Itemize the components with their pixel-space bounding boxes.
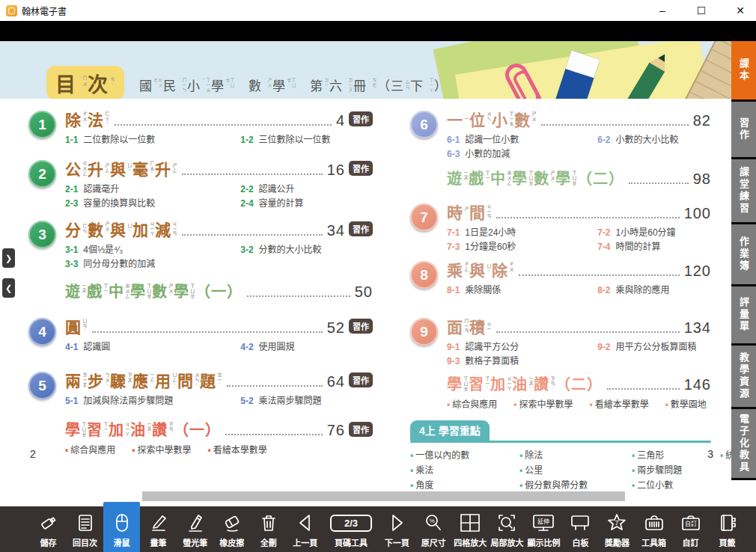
original-size-button[interactable]: % 原尺寸 xyxy=(415,506,452,552)
whiteboard-button[interactable]: 白板 xyxy=(562,506,599,552)
toc-sub-item[interactable]: 8-2乘與除的應用 xyxy=(597,283,711,295)
chapter-7-title[interactable]: 時ㄕˊ間ㄐㄧㄢ xyxy=(447,200,492,223)
chapter-6-number-badge: 6 xyxy=(410,111,438,138)
page-number-tool[interactable]: 2/3 頁碼工具 xyxy=(323,506,379,552)
workbook-badge[interactable]: 習作 xyxy=(349,319,373,334)
chapter-6-title[interactable]: 一ㄧ位ㄨㄟˋ小ㄒㄧㄠˇ數ㄕㄨˋ xyxy=(447,108,537,130)
toc-sub-item[interactable]: 2-3容量的換算與比較 xyxy=(65,196,240,209)
game-section-2-title[interactable]: 遊ㄧㄡˊ戲ㄒㄧˋ中ㄓㄨㄥ學ㄒㄩㄝˊ數ㄕㄨˋ學ㄒㄩㄝˊ xyxy=(447,167,577,188)
dotted-leader xyxy=(629,183,689,184)
toc-sub-item[interactable]: 3-3同分母分數的加減 xyxy=(65,257,240,269)
toc-sub-item[interactable]: 4-1認識圓 xyxy=(65,340,240,352)
toc-sub-item[interactable]: 5-2乘法兩步驟問題 xyxy=(240,393,373,406)
tab-textbook[interactable]: 課本 xyxy=(731,41,756,99)
panel-collapse-arrow[interactable]: ❮ xyxy=(2,278,15,298)
boost-section-1-title[interactable]: 學ㄒㄩㄝˊ習ㄒㄧˊ加ㄐㄧㄚ油ㄧㄡˊ讚ㄗㄢˋ xyxy=(65,418,174,440)
tab-class-practice[interactable]: 課堂練習 xyxy=(731,159,756,222)
chapter-1-title[interactable]: 除ㄔㄨˊ法ㄈㄚˇ xyxy=(65,108,110,130)
toc-sub-item[interactable]: 1-2三位數除以一位數 xyxy=(240,132,373,145)
toc-sub-item[interactable]: 6-2小數的大小比較 xyxy=(597,132,711,145)
workbook-badge[interactable]: 習作 xyxy=(349,372,373,387)
tab-teaching-resources[interactable]: 教學資源 xyxy=(731,346,756,407)
app-window: 翰林電子書 – ☐ ✕ 目ㄇㄨˋ次ㄘˋ 國ㄍㄨㄛˊ民ㄇㄧㄣˊ小ㄒㄧㄠˇ學ㄒㄩㄝˊ… xyxy=(0,0,756,552)
partial-zoom-button[interactable]: 局部放大 xyxy=(489,506,525,552)
workbook-badge[interactable]: 習作 xyxy=(349,111,373,126)
toc-sub-item[interactable]: 1-1二位數除以一位數 xyxy=(65,132,240,145)
chapter-4: 4 圓ㄩㄢˊ 52 習作 4-1認識圓 4-2使用圓規 xyxy=(28,315,373,352)
toc-sub-item[interactable]: 7-11日是24小時 xyxy=(447,225,597,238)
page-indicator[interactable]: 2/3 xyxy=(330,515,372,532)
highlight-item: •兩步驟問題 xyxy=(632,463,720,476)
toc-sub-item[interactable]: 7-21小時是60分鐘 xyxy=(597,225,711,238)
boost-section-2-title[interactable]: 學ㄒㄩㄝˊ習ㄒㄧˊ加ㄐㄧㄚ油ㄧㄡˊ讚ㄗㄢˋ xyxy=(447,372,555,394)
close-button[interactable]: ✕ xyxy=(734,4,747,17)
minimize-button[interactable]: – xyxy=(656,4,669,17)
book-title: 國ㄍㄨㄛˊ民ㄇㄧㄣˊ小ㄒㄧㄠˇ學ㄒㄩㄝˊ 數ㄕㄨˋ學ㄒㄩㄝˊ 第ㄉㄧˋ六ㄌㄧㄡˋ… xyxy=(139,76,448,94)
chapter-1: 1 除ㄔㄨˊ法ㄈㄚˇ 4 習作 1-1二位數除以一位數 1-2三位數除以一位數 xyxy=(28,108,373,145)
chapter-2-title[interactable]: 公ㄍㄨㄥ升ㄕㄥ與ㄩˇ毫ㄏㄠˊ升ㄕㄥ xyxy=(65,157,177,180)
toc-sub-item[interactable]: 7-4時間的計算 xyxy=(597,239,711,252)
tab-assessment-sheet[interactable]: 評量單 xyxy=(731,286,756,343)
highlight-item: •除法 xyxy=(519,448,632,461)
dotted-leader xyxy=(247,295,350,297)
chapter-3-title[interactable]: 分ㄈㄣ數ㄕㄨˋ與ㄩˇ加ㄐㄧㄚ減ㄐㄧㄢˇ xyxy=(65,218,177,240)
toolbox-button[interactable]: 工具箱 xyxy=(635,506,672,552)
reward-tool-button[interactable]: 7 獎勵器 xyxy=(599,506,635,552)
back-to-toc-button[interactable]: 回目次 xyxy=(67,506,103,552)
tab-homework-book[interactable]: 作業簿 xyxy=(731,224,756,284)
toc-sub-item[interactable]: 2-1認識毫升 xyxy=(65,182,240,194)
toc-sub-item[interactable]: 9-2用平方公分板算面積 xyxy=(597,340,711,352)
boost-section-2-page: 146 xyxy=(684,376,711,393)
customize-button[interactable]: 自訂 自訂 xyxy=(672,506,709,552)
chapter-5-title[interactable]: 兩ㄌㄧㄤˇ步ㄅㄨˋ驟ㄗㄡˋ應ㄧㄥˋ用ㄩㄥˋ問ㄨㄣˋ題ㄊㄧˊ xyxy=(65,369,222,391)
game-section-2-suffix: （二） xyxy=(577,167,624,188)
chapter-4-page: 52 xyxy=(327,319,345,337)
chapter-4-title[interactable]: 圓ㄩㄢˊ xyxy=(65,315,88,337)
chapter-9-title[interactable]: 面ㄇㄧㄢˋ積ㄐㄧ xyxy=(447,315,492,337)
boost-bullet: •探索中學數學 xyxy=(132,443,191,456)
tab-workbook[interactable]: 習作 xyxy=(731,102,756,157)
tab-digital-tools[interactable]: 電子化教具 xyxy=(731,409,756,478)
workbook-badge[interactable]: 習作 xyxy=(349,422,373,437)
game-section-2: 遊ㄧㄡˊ戲ㄒㄧˋ中ㄓㄨㄥ學ㄒㄩㄝˊ數ㄕㄨˋ學ㄒㄩㄝˊ （二） 98 xyxy=(410,167,711,188)
toc-sub-item[interactable]: 6-3小數的加減 xyxy=(447,147,597,159)
workbook-badge[interactable]: 習作 xyxy=(349,161,373,176)
horizontal-scrollbar[interactable] xyxy=(142,491,625,501)
toc-sub-item[interactable]: 9-3數格子算面積 xyxy=(447,354,597,367)
bottom-toolbar: 儲存 回目次 滑鼠 畫筆 螢光筆 xyxy=(0,506,756,552)
maximize-button[interactable]: ☐ xyxy=(695,4,708,17)
toc-sub-item[interactable]: 7-31分鐘是60秒 xyxy=(447,239,597,252)
panel-expand-arrow[interactable]: ❯ xyxy=(2,248,15,268)
previous-page-button[interactable]: 上一頁 xyxy=(287,506,323,552)
toc-sub-item[interactable]: 3-14個⅓是⁴⁄₃ xyxy=(65,242,240,255)
display-ratio-button[interactable]: 延伸 顯示比例 xyxy=(525,506,562,552)
highlight-item: •公里 xyxy=(519,463,632,476)
workbook-badge[interactable]: 習作 xyxy=(349,221,373,236)
toc-sub-item[interactable]: 2-4容量的計算 xyxy=(240,196,373,209)
four-grid-zoom-button[interactable]: 四格放大 xyxy=(452,506,489,552)
game-section-1-title[interactable]: 遊ㄧㄡˊ戲ㄒㄧˋ中ㄓㄨㄥ學ㄒㄩㄝˊ數ㄕㄨˋ學ㄒㄩㄝˊ xyxy=(65,280,195,301)
four-grid-icon xyxy=(459,512,481,533)
dotted-leader xyxy=(182,174,323,175)
toc-sub-item[interactable]: 5-1加減與除法兩步驟問題 xyxy=(65,393,240,406)
toc-title-badge: 目ㄇㄨˋ次ㄘˋ xyxy=(46,66,124,99)
chapter-3-number-badge: 3 xyxy=(28,221,56,248)
toc-sub-item[interactable]: 2-2認識公升 xyxy=(240,182,373,194)
toc-sub-item[interactable]: 6-1認識一位小數 xyxy=(447,132,597,145)
toc-sub-item[interactable]: 9-1認識平方公分 xyxy=(447,340,597,352)
delete-all-button[interactable]: 全刪 xyxy=(250,506,287,552)
save-button[interactable]: 儲存 xyxy=(30,506,67,552)
dotted-leader xyxy=(182,234,323,236)
page-tabs-button[interactable]: 頁籤 xyxy=(709,506,746,552)
chapter-8-title[interactable]: 乘ㄔㄥˊ與ㄩˇ除ㄔㄨˊ xyxy=(447,258,514,280)
pen-tool-button[interactable]: 畫筆 xyxy=(140,506,177,552)
highlighter-tool-button[interactable]: 螢光筆 xyxy=(177,506,213,552)
toc-sub-item[interactable]: 8-1乘除關係 xyxy=(447,283,597,295)
toc-sub-item[interactable]: 4-2使用圓規 xyxy=(240,340,373,352)
next-page-button[interactable]: 下一頁 xyxy=(379,506,415,552)
highlight-item: •二位小數 xyxy=(632,478,720,491)
chapter-8-number-badge: 8 xyxy=(410,261,438,289)
mouse-tool-button[interactable]: 滑鼠 xyxy=(103,502,140,552)
eraser-tool-button[interactable]: 橡皮擦 xyxy=(213,506,250,552)
toc-sub-item[interactable]: 3-2分數的大小比較 xyxy=(240,242,373,255)
